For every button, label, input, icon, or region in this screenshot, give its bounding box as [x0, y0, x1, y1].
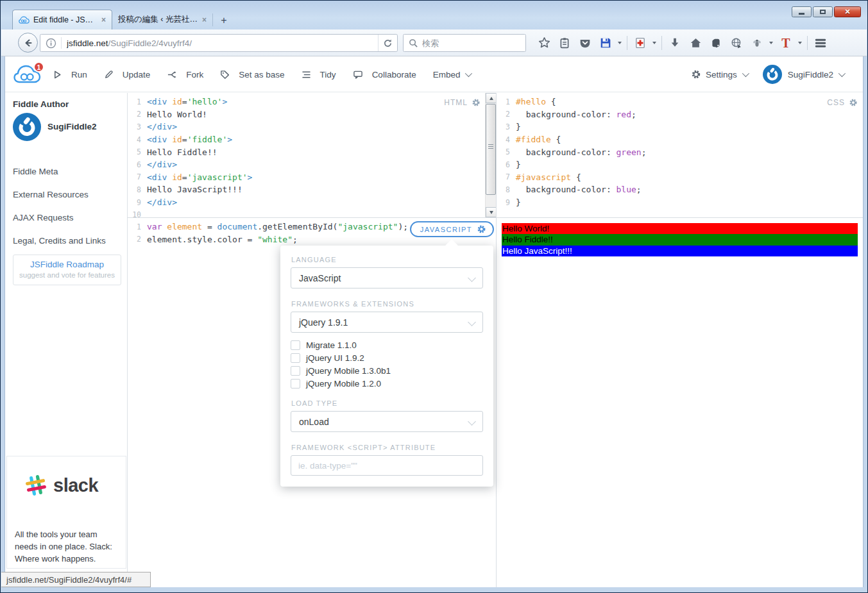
home-icon[interactable]: [687, 35, 704, 51]
fork-button[interactable]: Fork: [167, 70, 203, 79]
author-name[interactable]: SugiFiddle2: [47, 122, 97, 131]
checkbox-unchecked[interactable]: [291, 366, 300, 376]
settings-button[interactable]: Settings: [691, 69, 747, 79]
code-line[interactable]: 10: [128, 208, 496, 217]
html-code[interactable]: 1<div id='hello'>2Hello World!3</div>4<d…: [128, 93, 496, 217]
tab-close-icon[interactable]: ×: [202, 15, 207, 24]
collaborate-button[interactable]: Collaborate: [353, 70, 416, 79]
code-line[interactable]: 6</div>: [128, 158, 496, 171]
gear-icon[interactable]: [849, 98, 858, 107]
css-editor[interactable]: CSS 1#hello {2 background-color: red;3}4…: [497, 93, 863, 217]
scroll-down-icon[interactable]: [486, 207, 496, 217]
jsfiddle-logo[interactable]: 1: [13, 62, 46, 88]
code-line[interactable]: 5 background-color: green;: [497, 146, 863, 158]
maximize-button[interactable]: [813, 6, 833, 17]
scrollbar[interactable]: [485, 93, 496, 217]
save-session-caret-icon[interactable]: [616, 35, 623, 51]
framework-select[interactable]: jQuery 1.9.1: [291, 312, 483, 333]
gear-icon[interactable]: [477, 224, 486, 234]
sidebar-item-fiddle-meta[interactable]: Fiddle Meta: [13, 160, 122, 183]
checkbox-unchecked[interactable]: [291, 379, 300, 388]
menu-icon[interactable]: [812, 35, 829, 51]
site-info-icon[interactable]: [46, 38, 56, 49]
script-attribute-input[interactable]: [291, 455, 483, 476]
code-line[interactable]: 8 background-color: blue;: [497, 183, 863, 196]
back-button[interactable]: [18, 33, 38, 53]
add-page-caret-icon[interactable]: [651, 35, 658, 51]
author-avatar[interactable]: [13, 113, 41, 141]
pocket-icon[interactable]: [577, 35, 593, 51]
code-line[interactable]: 2Hello World!: [128, 108, 496, 121]
reload-button[interactable]: [378, 35, 397, 51]
sidebar-item-ajax-requests[interactable]: AJAX Requests: [13, 206, 122, 229]
downloads-icon[interactable]: [667, 35, 683, 51]
fly-addon-caret-icon[interactable]: [767, 35, 774, 51]
extension-option-jquery-mobile-1-3-0b1[interactable]: jQuery Mobile 1.3.0b1: [291, 364, 486, 377]
load-type-select[interactable]: onLoad: [291, 411, 483, 432]
javascript-settings-badge[interactable]: JAVASCRIPT: [410, 221, 494, 237]
url-bar[interactable]: jsfiddle.net/SugiFiddle2/4vuyfrf4/: [40, 34, 398, 52]
code-line[interactable]: 2 background-color: red;: [497, 108, 863, 121]
text-tool-icon[interactable]: T: [778, 35, 794, 51]
search-box[interactable]: [403, 34, 526, 52]
gear-icon[interactable]: [472, 98, 481, 107]
save-session-icon[interactable]: [597, 35, 614, 51]
sidebar-links: Fiddle MetaExternal ResourcesAJAX Reques…: [13, 160, 122, 252]
extension-option-migrate-1-1-0[interactable]: Migrate 1.1.0: [291, 338, 486, 351]
code-line[interactable]: 4#fiddle {: [497, 133, 863, 146]
html-editor[interactable]: HTML 1<div id='hello'>2Hello World!3</di…: [128, 93, 496, 217]
code-line[interactable]: 6}: [497, 158, 863, 171]
scrollbar-thumb[interactable]: [486, 104, 496, 195]
code-line[interactable]: 3</div>: [128, 121, 496, 133]
line-number: 8: [128, 185, 147, 194]
web-editor-icon[interactable]: [728, 35, 745, 51]
language-select[interactable]: JavaScript: [291, 267, 483, 288]
code-line[interactable]: 9</div>: [128, 196, 496, 209]
slack-brand: slack: [53, 475, 98, 496]
editors-grid: HTML 1<div id='hello'>2Hello World!3</di…: [128, 93, 863, 587]
scroll-up-icon[interactable]: [486, 93, 496, 103]
add-page-icon[interactable]: [632, 35, 649, 51]
roadmap-link[interactable]: JSFiddle Roadmap: [13, 260, 121, 269]
run-button[interactable]: Run: [53, 70, 87, 79]
roadmap-box[interactable]: JSFiddle Roadmap suggest and vote for fe…: [13, 255, 121, 285]
slack-ad[interactable]: slack All the tools your team needs in o…: [6, 456, 126, 569]
evernote-icon[interactable]: [708, 35, 724, 51]
code-line[interactable]: 5Hello Fiddle!!: [128, 146, 496, 158]
minimize-button[interactable]: [792, 6, 812, 17]
checkbox-unchecked[interactable]: [291, 340, 300, 350]
extension-checkboxes: Migrate 1.1.0jQuery UI 1.9.2jQuery Mobil…: [291, 338, 486, 390]
embed-button[interactable]: Embed: [433, 70, 471, 79]
close-button[interactable]: ✕: [834, 6, 861, 17]
code-line[interactable]: 4<div id='fiddle'>: [128, 133, 496, 146]
tab-jsfiddle[interactable]: Edit fiddle - JSFiddle ×: [12, 10, 112, 29]
new-tab-button[interactable]: +: [216, 13, 232, 28]
fly-addon-icon[interactable]: [749, 35, 765, 51]
code-line[interactable]: 1#hello {: [497, 96, 863, 108]
set-as-base-button[interactable]: Set as base: [220, 70, 284, 79]
sidebar-item-external-resources[interactable]: External Resources: [13, 183, 122, 206]
sidebar-item-legal-credits-and-links[interactable]: Legal, Credits and Links: [13, 229, 122, 252]
bookmarks-clipboard-icon[interactable]: [556, 35, 573, 51]
code-line[interactable]: 8Hello JavaScript!!!: [128, 183, 496, 196]
tidy-button[interactable]: Tidy: [302, 70, 336, 79]
code-line[interactable]: 7<div id='javascript'>: [128, 171, 496, 184]
checkbox-unchecked[interactable]: [291, 353, 300, 363]
code-line[interactable]: 3}: [497, 121, 863, 133]
code-line[interactable]: 7#javascript {: [497, 171, 863, 184]
update-button[interactable]: Update: [104, 70, 151, 79]
css-code[interactable]: 1#hello {2 background-color: red;3}4#fid…: [497, 93, 863, 208]
extension-option-jquery-mobile-1-2-0[interactable]: jQuery Mobile 1.2.0: [291, 377, 486, 390]
code-line[interactable]: 1<div id='hello'>: [128, 96, 496, 108]
code-line[interactable]: 9}: [497, 196, 863, 209]
bookmark-star-icon[interactable]: [536, 35, 552, 51]
extension-option-jquery-ui-1-9-2[interactable]: jQuery UI 1.9.2: [291, 351, 486, 364]
close-icon: ✕: [844, 8, 850, 16]
tab-wordpress[interactable]: 投稿の編集 ‹ 光芸社 — Word... ×: [112, 10, 212, 29]
avatar: [763, 65, 782, 84]
search-input[interactable]: [422, 38, 520, 48]
text-tool-caret-icon[interactable]: [796, 35, 803, 51]
user-menu[interactable]: SugiFiddle2: [763, 65, 844, 84]
tab-close-icon[interactable]: ×: [101, 15, 106, 24]
line-number: 8: [497, 185, 516, 194]
